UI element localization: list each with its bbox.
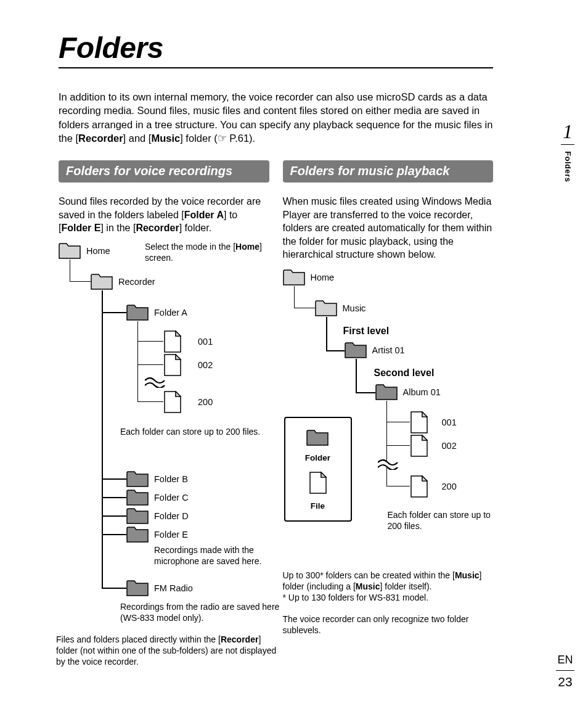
- folder-c-label: Folder C: [154, 493, 189, 503]
- folder-e-label: Folder E: [154, 530, 188, 540]
- voice-intro: Sound files recorded by the voice record…: [59, 195, 269, 235]
- page-number: 23: [556, 675, 574, 689]
- home-note: Select the mode in the [Home] screen.: [145, 241, 279, 263]
- folder-icon: [126, 470, 149, 488]
- voice-footnote: Files and folders placed directly within…: [56, 634, 278, 668]
- file-001: 001: [198, 337, 213, 347]
- folder-icon: [306, 429, 329, 446]
- file-icon: [163, 330, 182, 353]
- folder-d-label: Folder D: [154, 511, 189, 521]
- legend-file-label: File: [292, 501, 345, 511]
- music-intro: When music files created using Windows M…: [283, 195, 494, 261]
- chapter-number: 1: [561, 120, 574, 143]
- folder-icon: [126, 580, 149, 597]
- file-icon: [410, 475, 428, 498]
- title-rule: [59, 67, 493, 68]
- file-200: 200: [198, 397, 213, 407]
- folder-a-label: Folder A: [154, 308, 187, 318]
- folder-icon: [126, 507, 149, 525]
- file-icon: [163, 353, 182, 377]
- folder-icon: [345, 342, 367, 359]
- page-footer: EN 23: [556, 654, 574, 689]
- album-label: Album 01: [403, 387, 441, 397]
- sidebar: 1 Folders: [561, 120, 574, 182]
- legend-folder-label: Folder: [292, 453, 345, 462]
- home-label: Home: [86, 246, 110, 256]
- first-level-label: First level: [343, 326, 390, 337]
- file-icon: [309, 471, 327, 494]
- chapter-tab: Folders: [563, 151, 573, 182]
- file-001: 001: [442, 417, 457, 427]
- music-label: Music: [343, 303, 366, 313]
- heading-voice: Folders for voice recordings: [59, 160, 269, 183]
- home-label: Home: [311, 273, 335, 282]
- music-footnote-2: The voice recorder can only recognize tw…: [283, 613, 494, 636]
- folder-icon: [126, 489, 149, 506]
- radio-note: Recordings from the radio are saved here…: [120, 601, 282, 623]
- folder-icon: [283, 269, 306, 286]
- voice-tree: Home Select the mode in the [Home] scree…: [59, 242, 269, 662]
- folder-icon: [315, 300, 338, 317]
- column-voice: Folders for voice recordings Sound files…: [59, 160, 269, 662]
- break-icon: [145, 377, 166, 390]
- recorder-label: Recorder: [118, 277, 155, 287]
- file-icon: [410, 411, 428, 434]
- file-002: 002: [198, 360, 213, 370]
- folder-icon: [126, 526, 149, 543]
- legend: Folder File: [284, 417, 352, 522]
- each-folder-note-right: Each folder can store up to 200 files.: [388, 509, 499, 531]
- fm-radio-label: FM Radio: [154, 583, 193, 593]
- folder-icon: [375, 384, 398, 401]
- folder-icon: [126, 304, 149, 321]
- file-200: 200: [442, 482, 457, 491]
- second-level-label: Second level: [374, 367, 435, 379]
- intro-paragraph: In addition to its own internal memory, …: [59, 90, 493, 145]
- file-icon: [410, 434, 428, 458]
- folder-b-label: Folder B: [154, 474, 188, 484]
- each-folder-note: Each folder can store up to 200 files.: [120, 426, 260, 437]
- break-icon: [378, 459, 399, 472]
- file-icon: [163, 390, 182, 414]
- mic-note: Recordings made with the microphone are …: [154, 544, 284, 567]
- folder-icon: [59, 242, 81, 260]
- column-music: Folders for music playback When music fi…: [283, 160, 494, 662]
- language-label: EN: [556, 654, 574, 667]
- file-002: 002: [442, 441, 457, 451]
- folder-icon: [91, 273, 113, 290]
- music-footnote-1: Up to 300* folders can be created within…: [283, 570, 494, 604]
- artist-label: Artist 01: [372, 345, 405, 355]
- music-tree: Home Music First level Artist 01 Second …: [283, 269, 494, 565]
- heading-music: Folders for music playback: [283, 160, 494, 183]
- page-title: Folders: [59, 31, 493, 65]
